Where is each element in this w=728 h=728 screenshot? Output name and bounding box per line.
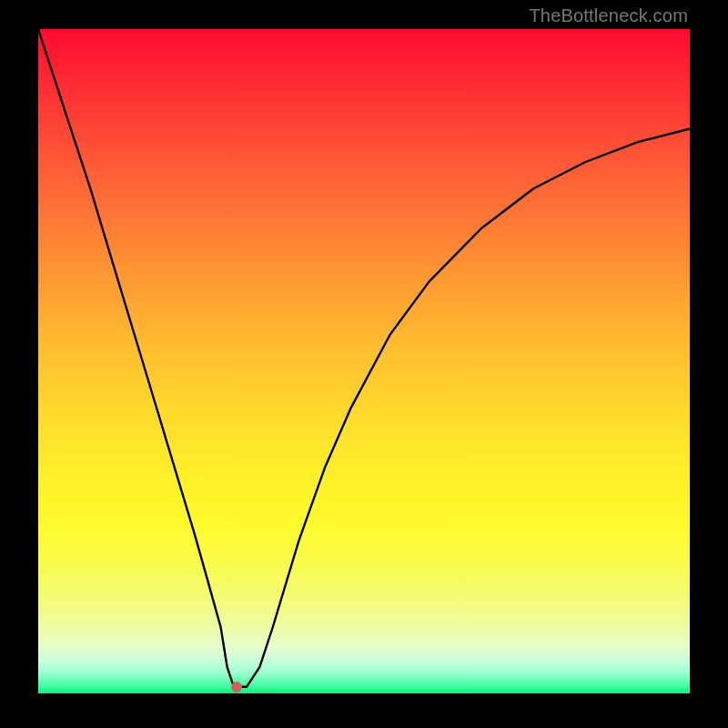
- bottleneck-curve: [38, 29, 690, 693]
- chart-plot-area: [38, 29, 690, 693]
- watermark-text: TheBottleneck.com: [529, 5, 688, 26]
- chart-frame: TheBottleneck.com: [0, 0, 728, 728]
- minimum-marker: [231, 682, 242, 693]
